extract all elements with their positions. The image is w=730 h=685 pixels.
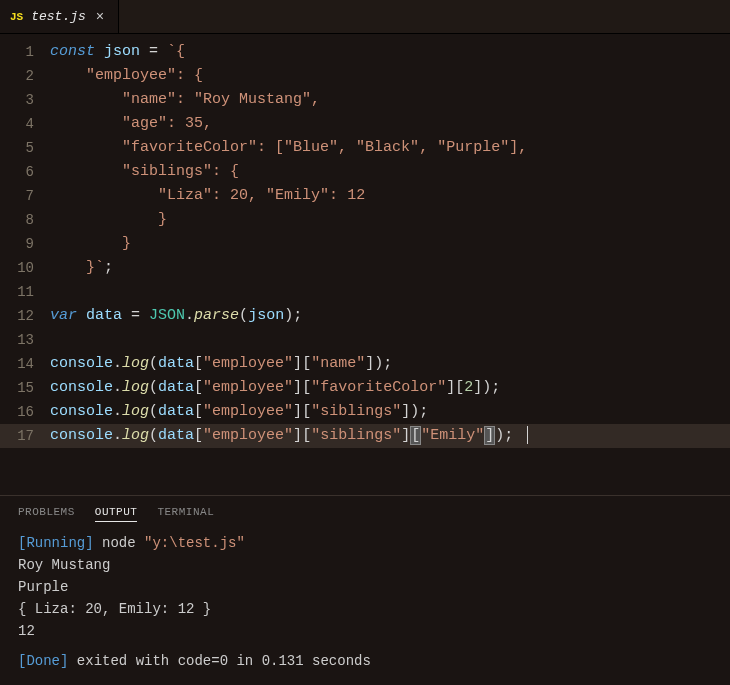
code-line: } xyxy=(50,208,730,232)
bottom-panel: PROBLEMS OUTPUT TERMINAL [Running] node … xyxy=(0,495,730,685)
tab-filename: test.js xyxy=(31,9,86,24)
code-line: console.log(data["employee"]["favoriteCo… xyxy=(50,376,730,400)
line-number: 14 xyxy=(0,352,50,376)
line-number: 4 xyxy=(0,112,50,136)
line-number: 7 xyxy=(0,184,50,208)
line-number: 5 xyxy=(0,136,50,160)
line-number: 15 xyxy=(0,376,50,400)
line-number: 12 xyxy=(0,304,50,328)
line-number: 11 xyxy=(0,280,50,304)
editor-tab[interactable]: JS test.js × xyxy=(0,0,119,33)
output-line: Purple xyxy=(18,576,712,598)
code-line: var data = JSON.parse(json); xyxy=(50,304,730,328)
code-line: }`; xyxy=(50,256,730,280)
tab-terminal[interactable]: TERMINAL xyxy=(157,506,214,522)
line-number: 13 xyxy=(0,328,50,352)
line-number: 16 xyxy=(0,400,50,424)
output-line: [Done] exited with code=0 in 0.131 secon… xyxy=(18,650,712,672)
code-line: "age": 35, xyxy=(50,112,730,136)
output-line: Roy Mustang xyxy=(18,554,712,576)
code-line: console.log(data["employee"]["siblings"]… xyxy=(50,424,730,448)
line-number: 10 xyxy=(0,256,50,280)
code-line: "employee": { xyxy=(50,64,730,88)
code-line: "siblings": { xyxy=(50,160,730,184)
tab-problems[interactable]: PROBLEMS xyxy=(18,506,75,522)
code-line: "favoriteColor": ["Blue", "Black", "Purp… xyxy=(50,136,730,160)
line-number: 2 xyxy=(0,64,50,88)
code-line: "name": "Roy Mustang", xyxy=(50,88,730,112)
line-number: 17 xyxy=(0,424,50,448)
code-line: console.log(data["employee"]["name"]); xyxy=(50,352,730,376)
line-number: 6 xyxy=(0,160,50,184)
js-icon: JS xyxy=(10,11,23,23)
panel-tabs: PROBLEMS OUTPUT TERMINAL xyxy=(0,496,730,528)
code-line: console.log(data["employee"]["siblings"]… xyxy=(50,400,730,424)
output-line: [Running] node "y:\test.js" xyxy=(18,532,712,554)
code-line: } xyxy=(50,232,730,256)
line-number: 8 xyxy=(0,208,50,232)
output-line: 12 xyxy=(18,620,712,642)
output-line: { Liza: 20, Emily: 12 } xyxy=(18,598,712,620)
tab-bar: JS test.js × xyxy=(0,0,730,34)
text-cursor xyxy=(527,426,528,444)
line-number: 1 xyxy=(0,40,50,64)
line-number: 3 xyxy=(0,88,50,112)
code-line: const json = `{ xyxy=(50,40,730,64)
line-number: 9 xyxy=(0,232,50,256)
output-panel[interactable]: [Running] node "y:\test.js" Roy Mustang … xyxy=(0,528,730,685)
tab-output[interactable]: OUTPUT xyxy=(95,506,138,522)
code-editor[interactable]: 1const json = `{ 2 "employee": { 3 "name… xyxy=(0,34,730,495)
code-line: "Liza": 20, "Emily": 12 xyxy=(50,184,730,208)
close-icon[interactable]: × xyxy=(94,9,106,25)
